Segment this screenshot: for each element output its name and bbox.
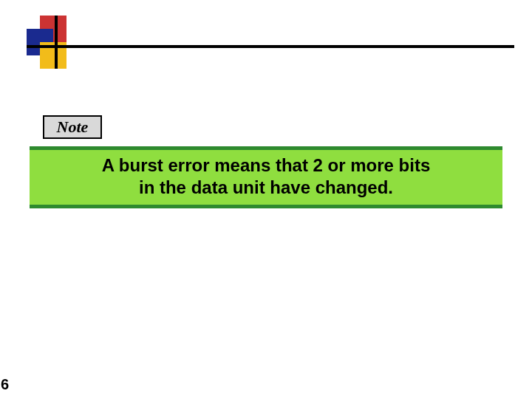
decor-rule-horizontal [27,45,514,48]
decor-rule-vertical [55,16,58,69]
body-highlight: A burst error means that 2 or more bits … [30,146,502,208]
note-label-box: Note [43,115,102,139]
note-label: Note [57,117,89,137]
body-line-2: in the data unit have changed. [37,177,495,199]
page-number: 6 [0,376,9,393]
slide: Note A burst error means that 2 or more … [0,0,532,399]
body-line-1: A burst error means that 2 or more bits [37,154,495,177]
